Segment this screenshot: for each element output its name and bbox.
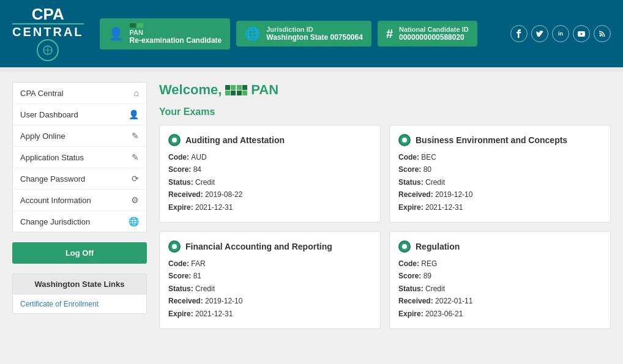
linkedin-icon[interactable]: in (552, 25, 569, 42)
status-label: Status: (398, 284, 425, 293)
logo-central-text: CENTRAL (12, 26, 84, 38)
facebook-icon[interactable] (510, 25, 528, 42)
accent-bar (0, 67, 623, 72)
sidebar-item-apply-online[interactable]: Apply Online ✎ (13, 125, 146, 147)
jurisdiction-label: Jurisdiction ID (266, 26, 363, 33)
exam-status-dot (168, 240, 181, 253)
exam-card-aud: Auditing and Attestation Code: AUD Score… (159, 125, 381, 223)
code-label: Code: (168, 153, 191, 162)
user-icon: 👤 (129, 110, 139, 119)
sidebar-item-label: User Dashboard (20, 110, 78, 119)
sidebar-item-application-status[interactable]: Application Status ✎ (13, 147, 146, 168)
header: CPA CENTRAL 👤 PAN Re-examination Can (0, 0, 623, 67)
expire-label: Expire: (168, 203, 195, 212)
status-label: Status: (168, 284, 195, 293)
pan-card: 👤 PAN Re-examination Candidate (100, 18, 231, 50)
welcome-text: Welcome, (159, 82, 222, 98)
exams-grid: Auditing and Attestation Code: AUD Score… (159, 125, 611, 329)
status-label: Status: (168, 178, 195, 187)
exam-title: Regulation (416, 242, 460, 251)
globe-icon: 🌐 (245, 26, 260, 41)
sidebar-item-label: Account Information (20, 196, 91, 205)
sidebar-item-label: CPA Central (20, 89, 64, 98)
exam-details: Code: REG Score: 89 Status: Credit Recei… (398, 258, 602, 320)
sidebar-item-user-dashboard[interactable]: User Dashboard 👤 (13, 104, 146, 125)
sidebar-item-change-password[interactable]: Change Password ⟳ (13, 168, 146, 190)
edit2-icon: ✎ (132, 152, 139, 162)
sidebar-item-cpa-central[interactable]: CPA Central ⌂ (13, 83, 146, 104)
youtube-icon[interactable] (573, 25, 590, 42)
received-label: Received: (398, 190, 435, 199)
expire-label: Expire: (168, 310, 195, 318)
exam-card-header: Business Environment and Concepts (398, 134, 602, 146)
hash-icon: # (386, 27, 393, 41)
header-info-cards: 👤 PAN Re-examination Candidate 🌐 Jurisdi… (100, 18, 477, 50)
exam-details: Code: AUD Score: 84 Status: Credit Recei… (168, 151, 371, 214)
score-label: Score: (398, 272, 423, 280)
logo-cpa: CPA (32, 6, 64, 22)
exam-title: Business Environment and Concepts (416, 135, 567, 145)
jurisdiction-card: 🌐 Jurisdiction ID Washington State 00750… (236, 21, 371, 46)
sidebar-links-title: Washington State Links (13, 274, 146, 294)
sidebar-item-label: Change Jurisdiction (20, 217, 90, 226)
pan-label: PAN (130, 29, 222, 36)
national-id-label: National Candidate ID (399, 26, 469, 33)
exam-details: Code: BEC Score: 80 Status: Credit Recei… (398, 151, 602, 214)
content-area: Welcome, PAN Your Exams (159, 82, 611, 329)
received-label: Received: (168, 190, 205, 199)
expire-label: Expire: (398, 310, 425, 318)
svg-point-3 (600, 35, 602, 37)
globe2-icon: 🌐 (129, 217, 139, 226)
exam-status-dot (168, 134, 181, 146)
logo-compass-icon (42, 45, 53, 56)
exam-title: Financial Accounting and Reporting (185, 242, 332, 251)
expire-label: Expire: (398, 203, 425, 212)
sidebar-menu: CPA Central ⌂ User Dashboard 👤 Apply Onl… (12, 82, 147, 232)
welcome-name: PAN (251, 82, 278, 98)
logo: CPA CENTRAL (12, 6, 84, 61)
refresh-icon: ⟳ (132, 174, 139, 184)
national-id-value: 0000000000588020 (399, 33, 469, 42)
your-exams-title: Your Exams (159, 106, 611, 117)
logo-circle (37, 39, 59, 61)
welcome-title: Welcome, PAN (159, 82, 611, 98)
exam-card-header: Auditing and Attestation (168, 134, 371, 146)
sidebar-item-label: Application Status (20, 153, 84, 162)
exam-card-far: Financial Accounting and Reporting Code:… (159, 231, 381, 329)
national-id-card: # National Candidate ID 0000000000588020 (378, 21, 477, 46)
sidebar-item-label: Change Password (20, 174, 85, 184)
exam-status-dot (398, 134, 411, 146)
sidebar-item-account-info[interactable]: Account Information ⚙ (13, 190, 146, 211)
sidebar-links-box: Washington State Links Certificate of En… (12, 273, 147, 314)
score-label: Score: (168, 165, 193, 174)
logoff-button[interactable]: Log Off (12, 242, 147, 264)
exam-title: Auditing and Attestation (185, 135, 285, 145)
pan-value: Re-examination Candidate (130, 36, 222, 45)
person-icon: 👤 (108, 26, 124, 41)
exam-details: Code: FAR Score: 81 Status: Credit Recei… (168, 258, 371, 320)
score-label: Score: (398, 165, 423, 174)
sidebar-item-label: Apply Online (20, 132, 65, 141)
social-icons: in (510, 25, 611, 42)
received-label: Received: (168, 297, 205, 305)
exam-card-header: Regulation (398, 240, 602, 253)
certificate-enrollment-link[interactable]: Certificate of Enrollment (13, 294, 146, 313)
edit-icon: ✎ (132, 131, 139, 141)
code-label: Code: (168, 259, 191, 268)
score-label: Score: (168, 272, 193, 280)
exam-card-reg: Regulation Code: REG Score: 89 Status: C… (389, 231, 611, 329)
logo-divider (12, 23, 84, 24)
exam-status-dot (398, 240, 411, 253)
home-icon: ⌂ (134, 88, 139, 98)
sidebar-item-change-jurisdiction[interactable]: Change Jurisdiction 🌐 (13, 211, 146, 232)
code-label: Code: (398, 153, 421, 162)
sidebar: CPA Central ⌂ User Dashboard 👤 Apply Onl… (12, 82, 147, 329)
logo-cpa-text: CPA (32, 6, 64, 22)
gear-icon: ⚙ (131, 195, 139, 205)
rss-icon[interactable] (594, 25, 611, 42)
twitter-icon[interactable] (531, 25, 548, 42)
received-label: Received: (398, 297, 435, 305)
code-label: Code: (398, 259, 421, 268)
status-label: Status: (398, 178, 425, 187)
pixel-avatar-icon (225, 85, 247, 95)
